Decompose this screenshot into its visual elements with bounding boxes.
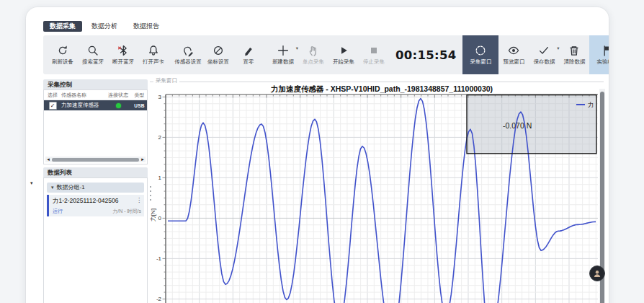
coordinate-settings-button[interactable]: 坐标设置	[203, 35, 233, 74]
check-icon	[537, 44, 550, 57]
y-tick-label: -2	[156, 296, 162, 302]
refresh-device-button[interactable]: 刷新设备	[48, 35, 78, 74]
y-tick-label: -1	[156, 255, 162, 262]
legend-label: 力	[588, 101, 594, 108]
compass-icon	[212, 44, 225, 57]
chart-plot[interactable]: 3210-1-2力[N]-0.070 N力	[144, 94, 605, 303]
assistant-avatar-button[interactable]	[589, 265, 605, 281]
single-point-collect-label: 单点采集	[303, 58, 324, 66]
stop-collect-label: 停止采集	[363, 58, 385, 66]
y-tick-label: 2	[158, 134, 162, 141]
search-bluetooth-button[interactable]: 搜索蓝牙	[78, 35, 108, 74]
pen-icon	[242, 44, 255, 57]
disconnect-bluetooth-button[interactable]: 断开蓝牙	[108, 35, 138, 74]
toolbar: 刷新设备搜索蓝牙断开蓝牙打开声卡传感器设置坐标设置置零新建数据▾单点采集开始采集…	[43, 35, 604, 74]
sensor-name: 力加速度传感器	[61, 102, 104, 109]
refresh-device-label: 刷新设备	[52, 58, 73, 66]
start-collect-label: 开始采集	[333, 58, 354, 66]
collect-timer: 00:15:54	[389, 48, 462, 62]
dashed-circle-icon	[474, 44, 487, 57]
data-group-row[interactable]: ▾数据分组-1	[47, 183, 144, 193]
sensor-checkbox[interactable]: ✓	[49, 102, 57, 110]
data-list-item[interactable]: 力1-2-20251112-042506 ⋮ 运行 力/N - 时间/s	[47, 195, 144, 216]
main-tabs: 数据采集 数据分析 数据报告	[43, 21, 166, 32]
trash-icon	[568, 44, 581, 57]
collect-window-groupbox-label: 采集窗口	[153, 77, 179, 84]
collect-window-label: 采集窗口	[470, 58, 491, 66]
sensor-icon	[182, 44, 194, 57]
search-bluetooth-label: 搜索蓝牙	[82, 58, 104, 66]
bluetooth-icon	[117, 44, 130, 57]
disconnect-bluetooth-label: 断开蓝牙	[112, 58, 134, 66]
collect-control-panel: 选择 传感器名称 连接状态 类型 ✓ 力加速度传感器 USB ◂ ▸	[43, 89, 148, 164]
save-data-button[interactable]: 保存数据▾	[529, 35, 559, 74]
y-tick-label: 1	[158, 175, 162, 181]
refresh-icon	[56, 44, 69, 57]
app-window: 数据采集 数据分析 数据报告 刷新设备搜索蓝牙断开蓝牙打开声卡传感器设置坐标设置…	[26, 7, 609, 303]
sensor-table-header: 选择 传感器名称 连接状态 类型	[44, 90, 147, 100]
sensor-row[interactable]: ✓ 力加速度传感器 USB	[44, 100, 147, 110]
y-tick-label: 3	[158, 94, 162, 100]
data-item-meta: 力/N - 时间/s	[112, 208, 141, 215]
coordinate-settings-label: 坐标设置	[207, 58, 229, 66]
hscroll-thumb[interactable]	[52, 158, 139, 162]
y-tick-label: 0	[158, 215, 162, 221]
save-data-label: 保存数据	[533, 58, 555, 66]
tab-data-report[interactable]: 数据报告	[127, 21, 166, 32]
flag-icon	[601, 44, 609, 57]
status-dot	[116, 103, 121, 108]
new-data-button[interactable]: 新建数据▾	[268, 35, 298, 74]
sidebar-collapse-icon[interactable]: ▾	[30, 180, 33, 186]
clear-data-label: 清除数据	[563, 58, 585, 66]
clear-data-button[interactable]: 清除数据	[559, 35, 589, 74]
preview-window-label: 预览窗口	[503, 58, 524, 66]
col-select: 选择	[44, 92, 61, 99]
collect-control-header: 采集控制	[43, 79, 148, 89]
open-soundcard-button[interactable]: 打开声卡	[138, 35, 169, 74]
stop-collect-button[interactable]: 停止采集	[359, 35, 389, 74]
set-zero-label: 置零	[243, 58, 254, 66]
sensor-settings-label: 传感器设置	[174, 58, 202, 66]
cursor-value-annotation: -0.070 N	[503, 121, 532, 130]
start-collect-button[interactable]: 开始采集	[328, 35, 359, 74]
groupbox-border	[150, 82, 604, 82]
sensor-settings-button[interactable]: 传感器设置	[173, 35, 203, 74]
stop-icon	[367, 44, 380, 57]
kebab-menu-icon[interactable]: ⋮	[136, 197, 142, 203]
group-label: 数据分组-1	[57, 184, 85, 190]
chart-title: 力加速度传感器 - XHSP-V10HID_path_-1981348857_1…	[166, 84, 598, 95]
person-icon	[593, 269, 601, 278]
data-list-panel: ▾数据分组-1 力1-2-20251112-042506 ⋮ 运行 力/N - …	[43, 177, 148, 303]
hscroll-left-icon[interactable]: ◂	[45, 157, 51, 162]
experiment-annotate-button[interactable]: 实验标注	[589, 35, 609, 74]
hand-icon	[307, 44, 320, 57]
tab-data-analysis[interactable]: 数据分析	[85, 21, 124, 32]
data-list-header: 数据列表	[43, 167, 148, 177]
col-connect-status: 连接状态	[104, 92, 132, 99]
group-caret-icon[interactable]: ▾	[51, 185, 54, 190]
y-axis-label: 力[N]	[150, 208, 156, 221]
new-data-label: 新建数据	[272, 58, 294, 66]
experiment-annotate-label: 实验标注	[596, 58, 609, 66]
col-sensor-name: 传感器名称	[61, 92, 104, 99]
tab-data-collect[interactable]: 数据采集	[43, 21, 82, 32]
open-soundcard-label: 打开声卡	[143, 58, 164, 66]
single-point-collect-button[interactable]: 单点采集	[298, 35, 328, 74]
collect-window-button[interactable]: 采集窗口	[462, 35, 498, 74]
search-icon	[86, 44, 99, 57]
sensor-table-hscrollbar[interactable]: ◂ ▸	[45, 157, 146, 162]
set-zero-button[interactable]: 置零	[233, 35, 264, 74]
play-icon	[337, 44, 350, 57]
preview-window-button[interactable]: 预览窗口	[498, 35, 529, 74]
data-item-status: 运行	[53, 208, 63, 215]
plus-icon	[277, 44, 290, 57]
data-item-title: 力1-2-20251112-042506	[53, 197, 141, 206]
bell-icon	[147, 44, 160, 57]
eye-icon	[507, 44, 520, 57]
